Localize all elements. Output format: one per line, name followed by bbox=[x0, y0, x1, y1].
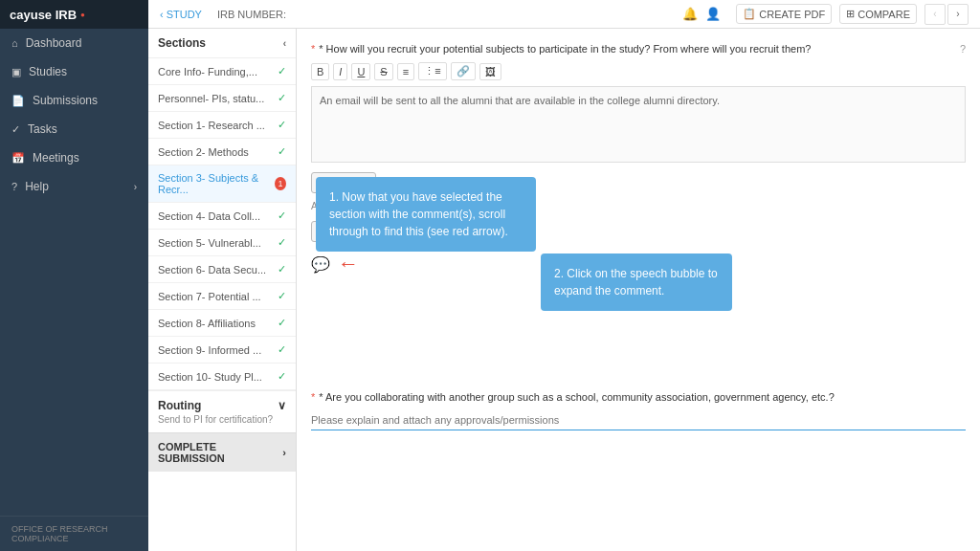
question2-input[interactable] bbox=[311, 410, 966, 430]
top-bar-actions: 📋 CREATE PDF ⊞ COMPARE ‹ › bbox=[736, 4, 969, 25]
section-item-section3[interactable]: Section 3- Subjects & Recr... 1 bbox=[148, 165, 296, 203]
sections-chevron-icon[interactable]: ‹ bbox=[283, 38, 286, 49]
logo-text: cayuse IRB bbox=[10, 8, 77, 22]
routing-subtitle: Send to PI for certification? bbox=[158, 414, 286, 425]
text-toolbar: B I U S ≡ ⋮≡ 🔗 🖼 bbox=[311, 62, 966, 80]
italic-button[interactable]: I bbox=[333, 63, 347, 80]
sidebar-item-label: Submissions bbox=[33, 94, 98, 107]
chevron-right-icon: › bbox=[134, 182, 137, 192]
tooltip-box-1: 1. Now that you have selected the sectio… bbox=[316, 177, 536, 252]
bold-button[interactable]: B bbox=[311, 63, 329, 80]
sidebar-item-dashboard[interactable]: ⌂ Dashboard bbox=[0, 29, 148, 57]
routing-section[interactable]: Routing ∨ Send to PI for certification? bbox=[148, 390, 296, 432]
required-star-2: * bbox=[311, 391, 315, 403]
complete-chevron-icon: › bbox=[282, 447, 286, 458]
submissions-icon: 📄 bbox=[11, 95, 25, 107]
content-area: ‹ STUDY IRB NUMBER: 🔔 👤 📋 CREATE PDF ⊞ C… bbox=[148, 0, 980, 551]
recruitment-text-area[interactable]: An email will be sent to all the alumni … bbox=[311, 86, 966, 163]
notification-icons: 🔔 👤 bbox=[682, 7, 721, 21]
sidebar-item-studies[interactable]: ▣ Studies bbox=[0, 57, 148, 86]
sidebar-nav: ⌂ Dashboard ▣ Studies 📄 Submissions ✓ Ta… bbox=[0, 29, 148, 516]
tooltip-box-2: 2. Click on the speech bubble to expand … bbox=[541, 253, 732, 311]
sidebar-item-submissions[interactable]: 📄 Submissions bbox=[0, 86, 148, 115]
strikethrough-button[interactable]: S bbox=[374, 63, 392, 80]
section-item-section6[interactable]: Section 6- Data Secu... ✓ bbox=[148, 256, 296, 283]
sections-header: Sections ‹ bbox=[148, 29, 296, 58]
prev-arrow[interactable]: ‹ bbox=[924, 4, 946, 25]
bottom-question: * * Are you collaborating with another g… bbox=[311, 391, 966, 430]
section-item-section7[interactable]: Section 7- Potential ... ✓ bbox=[148, 283, 296, 310]
check-icon: ✓ bbox=[278, 65, 286, 77]
check-icon: ✓ bbox=[278, 317, 286, 329]
sidebar-item-label: Help bbox=[25, 180, 49, 193]
two-panel: Sections ‹ Core Info- Funding,... ✓ Pers… bbox=[148, 29, 980, 551]
ordered-list-button[interactable]: ⋮≡ bbox=[418, 62, 446, 80]
top-bar: ‹ STUDY IRB NUMBER: 🔔 👤 📋 CREATE PDF ⊞ C… bbox=[148, 0, 980, 29]
back-label: STUDY bbox=[167, 9, 202, 20]
tasks-icon: ✓ bbox=[11, 123, 20, 136]
speech-bubble-icon[interactable]: 💬 bbox=[311, 255, 330, 274]
compare-button[interactable]: ⊞ COMPARE bbox=[839, 4, 917, 24]
check-icon: ✓ bbox=[278, 290, 286, 302]
nav-arrows: ‹ › bbox=[924, 4, 969, 25]
routing-title: Routing ∨ bbox=[158, 399, 286, 412]
check-icon: ✓ bbox=[278, 343, 286, 356]
image-button[interactable]: 🖼 bbox=[479, 63, 501, 80]
section-item-section1[interactable]: Section 1- Research ... ✓ bbox=[148, 112, 296, 139]
question2-label: * * Are you collaborating with another g… bbox=[311, 391, 966, 403]
back-chevron-icon: ‹ bbox=[160, 9, 164, 20]
sidebar-item-label: Dashboard bbox=[26, 36, 82, 50]
link-button[interactable]: 🔗 bbox=[451, 62, 476, 80]
sections-panel: Sections ‹ Core Info- Funding,... ✓ Pers… bbox=[148, 29, 297, 551]
section-item-section4[interactable]: Section 4- Data Coll... ✓ bbox=[148, 203, 296, 230]
main-layout: cayuse IRB● ⌂ Dashboard ▣ Studies 📄 Subm… bbox=[0, 0, 980, 551]
irb-number-label: IRB NUMBER: bbox=[217, 9, 286, 20]
back-button[interactable]: ‹ STUDY bbox=[160, 9, 202, 20]
routing-chevron-icon: ∨ bbox=[278, 399, 286, 412]
pdf-icon: 📋 bbox=[743, 8, 756, 20]
user-icon[interactable]: 👤 bbox=[705, 7, 721, 21]
check-icon: ✓ bbox=[278, 92, 286, 104]
studies-icon: ▣ bbox=[11, 66, 21, 78]
check-icon: ✓ bbox=[278, 209, 286, 222]
section-item-core[interactable]: Core Info- Funding,... ✓ bbox=[148, 58, 296, 85]
create-pdf-button[interactable]: 📋 CREATE PDF bbox=[736, 4, 832, 24]
unordered-list-button[interactable]: ≡ bbox=[397, 63, 414, 80]
dashboard-icon: ⌂ bbox=[11, 37, 18, 49]
sidebar-item-meetings[interactable]: 📅 Meetings bbox=[0, 143, 148, 172]
sidebar-item-label: Meetings bbox=[33, 151, 79, 165]
red-arrow: ← bbox=[338, 252, 359, 276]
form-area: * * How will you recruit your potential … bbox=[297, 29, 980, 551]
check-icon: ✓ bbox=[278, 370, 286, 383]
bell-icon[interactable]: 🔔 bbox=[682, 7, 698, 21]
compare-icon: ⊞ bbox=[846, 8, 855, 20]
section-item-section8[interactable]: Section 8- Affiliations ✓ bbox=[148, 310, 296, 337]
help-icon: ? bbox=[11, 181, 17, 192]
app-logo: cayuse IRB● bbox=[0, 0, 148, 29]
section-item-section9[interactable]: Section 9- Informed ... ✓ bbox=[148, 337, 296, 364]
complete-submission-button[interactable]: COMPLETE SUBMISSION › bbox=[148, 432, 296, 472]
underline-button[interactable]: U bbox=[351, 63, 370, 80]
check-icon: ✓ bbox=[278, 119, 286, 131]
sections-title: Sections bbox=[158, 36, 206, 50]
sidebar: cayuse IRB● ⌂ Dashboard ▣ Studies 📄 Subm… bbox=[0, 0, 148, 551]
check-icon: ✓ bbox=[278, 145, 286, 158]
next-arrow[interactable]: › bbox=[947, 4, 969, 25]
sidebar-item-label: Studies bbox=[29, 65, 67, 78]
question1-label: * * How will you recruit your potential … bbox=[311, 43, 966, 55]
sidebar-item-label: Tasks bbox=[28, 122, 57, 136]
section-item-section5[interactable]: Section 5- Vulnerabl... ✓ bbox=[148, 230, 296, 256]
check-icon: ✓ bbox=[278, 263, 286, 276]
section-item-section10[interactable]: Section 10- Study Pl... ✓ bbox=[148, 364, 296, 390]
app-wrapper: cayuse IRB● ⌂ Dashboard ▣ Studies 📄 Subm… bbox=[0, 0, 980, 551]
section-item-personnel[interactable]: Personnel- PIs, statu... ✓ bbox=[148, 85, 296, 112]
required-star: * bbox=[311, 43, 315, 55]
section-item-section2[interactable]: Section 2- Methods ✓ bbox=[148, 139, 296, 165]
meetings-icon: 📅 bbox=[11, 152, 25, 165]
check-icon: ✓ bbox=[278, 236, 286, 249]
sidebar-item-help[interactable]: ? Help › bbox=[0, 172, 148, 201]
logo-dot: ● bbox=[80, 11, 85, 19]
comment-badge: 1 bbox=[275, 177, 286, 190]
sidebar-item-tasks[interactable]: ✓ Tasks bbox=[0, 115, 148, 143]
help-icon-q1[interactable]: ? bbox=[960, 43, 966, 55]
